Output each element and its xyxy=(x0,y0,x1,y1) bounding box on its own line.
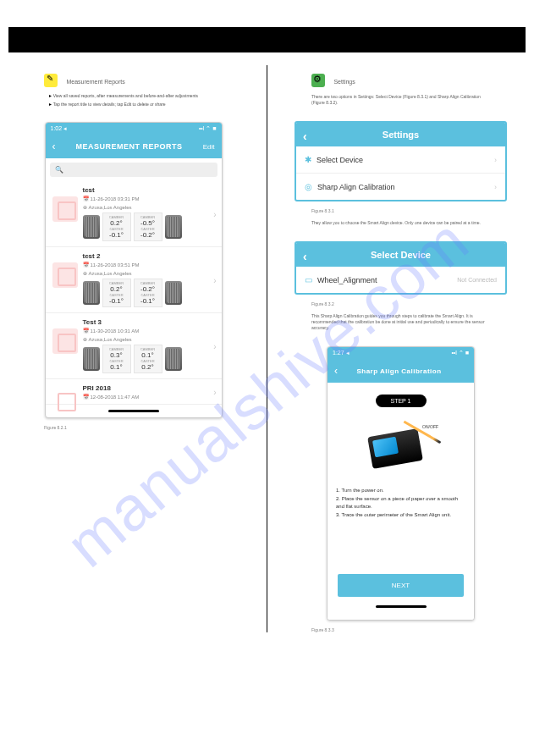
page-header-bar xyxy=(8,27,526,52)
status-time: 1:27 ◂ xyxy=(333,350,350,356)
device-row[interactable]: ▭Wheel_Alignment Not Connected xyxy=(296,267,505,293)
report-row[interactable]: test 2 📅11-26-2018 03:51 PM ⊕Azusa,Los A… xyxy=(46,247,222,313)
report-title: Test 3 xyxy=(83,318,215,326)
calendar-icon: 📅 xyxy=(83,196,89,201)
description-text: There are two options in Settings: Selec… xyxy=(311,94,490,106)
chevron-right-icon: › xyxy=(213,387,216,396)
settings-screenshot: ‹ Settings ✱Select Device › ◎Sharp Align… xyxy=(295,121,507,201)
tire-icon xyxy=(165,347,182,371)
settings-app-icon xyxy=(311,74,325,87)
description-text: This Sharp Align Calibration guides you … xyxy=(311,313,490,331)
status-icons: ••l ⌃ ■ xyxy=(451,350,469,356)
select-device-header: Select Device xyxy=(371,250,431,260)
calibration-screenshot: 1:27 ◂ ••l ⌃ ■ ‹ Sharp Align Calibration… xyxy=(327,346,475,621)
report-row[interactable]: PRI 2018 📅12-08-2018 11:47 AM › xyxy=(46,379,222,405)
chevron-right-icon: › xyxy=(494,183,497,191)
chevron-right-icon: › xyxy=(213,341,216,350)
connection-status: Not Connected xyxy=(457,277,497,283)
figure-caption: Figure 8.3.3 xyxy=(311,627,524,632)
nav-title: MEASUREMENT REPORTS xyxy=(56,142,203,151)
tire-icon xyxy=(165,281,182,305)
report-thumbnail xyxy=(52,328,78,354)
status-icons: ••l ⌃ ■ xyxy=(199,125,217,132)
figure-caption: Figure 8.3.1 xyxy=(311,208,524,213)
report-row[interactable]: test 📅11-26-2018 03:31 PM ⊕Azusa,Los Ang… xyxy=(46,181,222,247)
instruction-line: 2. Place the sensor on a piece of paper … xyxy=(336,495,465,511)
report-thumbnail xyxy=(52,196,78,222)
phone-reports-screenshot: 1:02 ◂ ••l ⌃ ■ ‹ MEASUREMENT REPORTS Edi… xyxy=(45,122,223,418)
next-button[interactable]: NEXT xyxy=(338,574,464,597)
step-indicator: STEP 1 xyxy=(376,395,427,407)
device-icon: ▭ xyxy=(305,275,312,284)
instruction-line: 3. Trace the outer perimeter of the Smar… xyxy=(336,511,465,520)
description-text: They allow you to choose the Smart Align… xyxy=(311,220,490,226)
home-indicator xyxy=(376,605,427,608)
figure-caption: Figure 8.3.2 xyxy=(311,301,524,306)
back-icon[interactable]: ‹ xyxy=(303,250,307,263)
location-icon: ⊕ xyxy=(83,271,87,276)
section-title: Settings xyxy=(333,79,355,85)
target-icon: ◎ xyxy=(305,182,312,191)
bluetooth-icon: ✱ xyxy=(305,155,311,164)
calendar-icon: 📅 xyxy=(83,395,89,400)
location-icon: ⊕ xyxy=(83,205,87,210)
section-title: Measurement Reports xyxy=(66,79,124,85)
calibration-illustration: ON/OFF xyxy=(365,422,437,473)
settings-header: Settings xyxy=(383,130,419,140)
tire-icon xyxy=(165,215,182,239)
tire-icon xyxy=(83,215,100,239)
calibration-header: Sharp Align Calibration xyxy=(338,367,460,375)
tire-icon xyxy=(83,347,100,371)
report-thumbnail xyxy=(52,262,78,288)
reports-app-icon xyxy=(44,74,58,87)
onoff-label: ON/OFF xyxy=(422,424,438,429)
report-title: PRI 2018 xyxy=(83,384,215,392)
calendar-icon: 📅 xyxy=(83,328,89,334)
select-device-screenshot: ‹ Select Device ▭Wheel_Alignment Not Con… xyxy=(295,241,507,295)
chevron-right-icon: › xyxy=(213,275,216,284)
chevron-right-icon: › xyxy=(213,209,216,218)
location-icon: ⊕ xyxy=(83,337,87,342)
settings-item-calibration[interactable]: ◎Sharp Align Calibration › xyxy=(296,174,505,200)
search-input[interactable]: 🔍 xyxy=(50,163,217,177)
report-title: test xyxy=(83,186,215,194)
figure-caption: Figure 8.2.1 xyxy=(44,425,256,430)
status-time: 1:02 ◂ xyxy=(51,125,68,132)
settings-item-select-device[interactable]: ✱Select Device › xyxy=(296,146,505,174)
home-indicator xyxy=(108,410,159,412)
instruction-line: 1. Turn the power on. xyxy=(336,487,465,495)
report-title: test 2 xyxy=(83,252,215,260)
back-icon[interactable]: ‹ xyxy=(303,130,307,143)
bullet-item: Tap the report title to view details; ta… xyxy=(49,101,256,107)
report-thumbnail xyxy=(52,388,78,401)
chevron-right-icon: › xyxy=(494,156,497,164)
bullet-item: View all saved reports, after measuremen… xyxy=(49,92,256,98)
tire-icon xyxy=(83,281,100,305)
edit-button[interactable]: Edit xyxy=(203,143,215,151)
calendar-icon: 📅 xyxy=(83,262,89,268)
report-row[interactable]: Test 3 📅11-30-2018 10:31 AM ⊕Azusa,Los A… xyxy=(46,313,222,379)
